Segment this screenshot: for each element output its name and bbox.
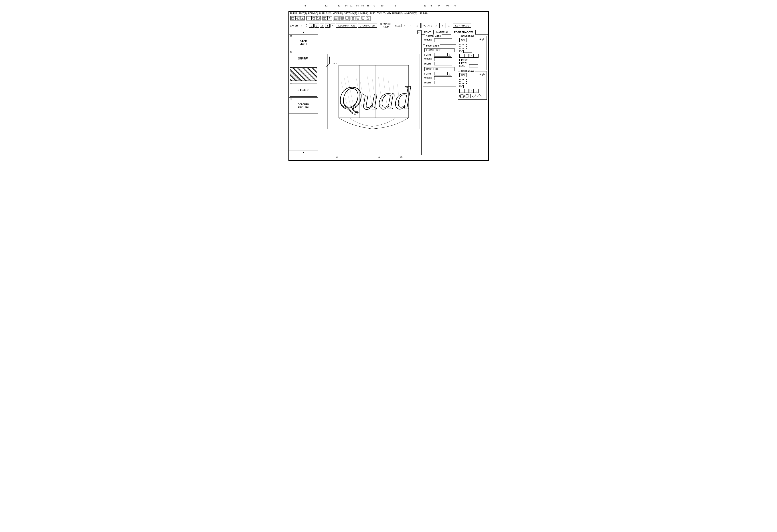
shape-btn-d[interactable] — [465, 94, 470, 98]
shadow-2d-on-btn[interactable]: ON — [459, 38, 467, 42]
toolbar-btn-paste[interactable] — [316, 16, 321, 20]
menu-file[interactable]: FILE(F) — [290, 12, 298, 15]
size-y-input[interactable] — [408, 23, 414, 28]
shadow-2d-offset-checkbox[interactable] — [459, 59, 462, 61]
size-z-input[interactable] — [414, 23, 421, 28]
canvas-close-btn[interactable]: × — [417, 30, 421, 34]
back-form-input[interactable] — [434, 72, 448, 76]
toolbar-btn-5a[interactable]: 回 — [340, 16, 344, 20]
dot-1[interactable] — [459, 44, 460, 45]
dot-8[interactable] — [466, 47, 467, 49]
dot3d-3[interactable] — [466, 79, 467, 80]
shadow-3d-pic-input[interactable] — [463, 85, 472, 88]
menu-execution[interactable]: EXECUTION(X) — [369, 12, 385, 15]
layer-tab-0[interactable]: 0 — [309, 24, 314, 28]
dot3d-8[interactable] — [466, 83, 467, 84]
dot-3[interactable] — [466, 44, 467, 45]
toolbar-btn-copy[interactable] — [311, 16, 316, 20]
dot3d-6[interactable] — [459, 83, 460, 84]
back-edge-btn[interactable]: BACK EDGE — [425, 67, 454, 71]
toolbar-btn-5b[interactable] — [345, 16, 349, 20]
layer-arrows[interactable]: ▲ ▼ — [305, 23, 308, 28]
shadow-2d-down-btn[interactable]: ↓ — [474, 53, 478, 57]
dot-7[interactable] — [462, 47, 464, 49]
bevel-form-input[interactable] — [434, 53, 448, 56]
dot3d-1[interactable] — [459, 79, 460, 80]
normal-edge-width-input[interactable] — [434, 38, 452, 42]
dot3d-4[interactable] — [459, 81, 460, 82]
scene-item-content-25[interactable]: LIGHT — [290, 83, 317, 97]
tab-material[interactable]: MATERIAL — [434, 30, 451, 34]
rotate-z-input[interactable] — [446, 23, 452, 28]
menu-window[interactable]: WINDOW(W) — [404, 12, 417, 15]
back-hight-input[interactable] — [434, 81, 452, 84]
scene-item-content-24[interactable] — [290, 68, 317, 81]
toolbar-btn-3[interactable] — [300, 16, 305, 20]
shadow-2d-length-input[interactable] — [469, 64, 478, 68]
shadow-2d-left-btn[interactable]: ← — [459, 53, 464, 57]
toolbar-btn-6b[interactable] — [356, 16, 360, 20]
menu-setting[interactable]: SETTING(G) — [344, 12, 357, 15]
menu-help[interactable]: HELP(H) — [419, 12, 428, 15]
front-edge-btn[interactable]: FRONT EDGE — [425, 48, 454, 52]
toolbar-btn-cut[interactable]: ✂ — [307, 16, 311, 20]
layer-illumination-btn[interactable]: ILLUMINATION — [336, 24, 357, 28]
bevel-form-arrow[interactable]: ▽ — [448, 53, 451, 56]
dot-4[interactable] — [459, 45, 460, 47]
bevel-width-input[interactable] — [434, 57, 452, 61]
shadow-2d-up-btn[interactable]: ↑ — [469, 53, 474, 57]
menu-display[interactable]: DISPLAY(V) — [319, 12, 331, 15]
shape-btn-u[interactable] — [471, 94, 476, 98]
dot3d-5[interactable] — [466, 81, 467, 82]
shadow-3d-down-btn[interactable]: ↓ — [474, 89, 478, 93]
rotate-x-input[interactable] — [433, 23, 440, 28]
shadow-2d-drop-checkbox[interactable] — [459, 61, 462, 64]
toolbar-btn-6a[interactable] — [351, 16, 355, 20]
toolbar-btn-6c[interactable] — [361, 16, 365, 20]
scene-item-content-23[interactable]: 謹賀新年 — [290, 51, 317, 65]
shape-btn-n[interactable] — [477, 94, 482, 98]
menu-edit[interactable]: EDIT(E) — [299, 12, 307, 15]
rotate-y-input[interactable] — [440, 23, 446, 28]
layer-character-btn[interactable]: CHARACTER — [358, 24, 377, 28]
menu-form[interactable]: FORM(O) — [308, 12, 318, 15]
bevel-hight-input[interactable] — [434, 62, 452, 65]
dot-6[interactable] — [459, 47, 460, 49]
size-x-input[interactable] — [402, 23, 408, 28]
menu-mode[interactable]: MODE(M) — [333, 12, 343, 15]
shadow-3d-on-btn[interactable]: ON — [459, 73, 467, 77]
toolbar-btn-open[interactable]: ? — [323, 16, 327, 20]
layer-tab-4[interactable]: 4 — [331, 24, 335, 28]
layer-tab-2[interactable]: 2 — [320, 24, 324, 28]
layer-tab-1[interactable]: 1 — [315, 24, 319, 28]
scene-item-content-22[interactable]: BACKLIGHT — [290, 36, 317, 49]
keyframe-button[interactable]: KEY FRAME — [453, 24, 471, 28]
shadow-2d-pic-input[interactable] — [463, 49, 472, 53]
tab-font[interactable]: FONT — [422, 30, 434, 34]
back-width-input[interactable] — [434, 76, 452, 80]
scroll-up-btn[interactable]: ▲ — [289, 30, 318, 34]
layer-arrow-down[interactable]: ▼ — [305, 26, 308, 28]
shadow-3d-up-btn[interactable]: ↑ — [469, 89, 474, 93]
toolbar-btn-triangle[interactable] — [366, 16, 370, 20]
shadow-3d-right-btn[interactable]: → — [464, 89, 469, 93]
toolbar-btn-2[interactable] — [295, 16, 300, 20]
scene-item-content-26[interactable]: COLOREDLIGHTING — [290, 99, 317, 112]
toolbar-btn-help[interactable]: ? — [327, 16, 332, 20]
toolbar-btn-1[interactable] — [291, 16, 295, 20]
shape-btn-c[interactable] — [459, 94, 465, 98]
dot-5[interactable] — [466, 45, 467, 47]
menu-layer[interactable]: LAYER(L) — [358, 12, 368, 15]
dot3d-2[interactable] — [462, 79, 464, 80]
layer-tab-3[interactable]: 3 — [325, 24, 330, 28]
scroll-down-btn[interactable]: ▼ — [289, 150, 318, 155]
dot-2[interactable] — [462, 44, 464, 45]
layer-arrow-up[interactable]: ▲ — [305, 23, 308, 26]
menu-keyframe[interactable]: KEY FRAME(K) — [387, 12, 403, 15]
toolbar-btn-grid[interactable] — [334, 16, 338, 20]
shadow-2d-right-btn[interactable]: → — [464, 53, 469, 57]
dot3d-7[interactable] — [462, 83, 464, 84]
layer-graphic-form-btn[interactable]: GRAPHICFORM — [378, 22, 393, 29]
back-form-arrow[interactable]: ▽ — [448, 72, 451, 76]
tab-edge-shadow[interactable]: EDGE SHADOW — [451, 30, 476, 35]
